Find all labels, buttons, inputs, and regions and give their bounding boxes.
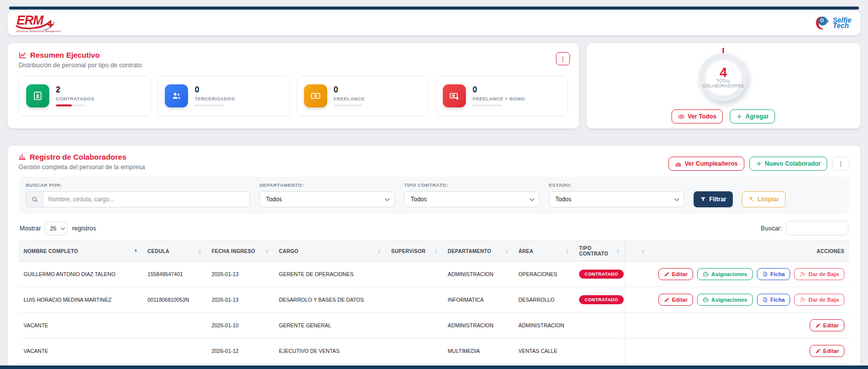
- baja-button[interactable]: Dar de Baja: [794, 268, 844, 280]
- erm-swoosh-icon: [15, 15, 56, 30]
- tipo-contrato-select[interactable]: Todos: [405, 192, 539, 207]
- parrot-icon: [814, 15, 831, 32]
- cell: ADMINISTRACION: [513, 313, 574, 338]
- column-header[interactable]: ÁREA▲▼: [513, 241, 574, 262]
- cell: ADMINISTRACION: [443, 262, 514, 287]
- column-header[interactable]: FECHA INGRESO▲▼: [207, 241, 274, 262]
- cell: VACANTE: [19, 338, 143, 364]
- bottom-accent-bar: [0, 365, 868, 369]
- cell-actions: Editar: [650, 338, 849, 364]
- cake-icon: [675, 161, 682, 167]
- stat-label: TERCERIZADOS: [195, 96, 235, 101]
- asignaciones-button[interactable]: Asignaciones: [697, 268, 753, 280]
- editar-button[interactable]: Editar: [658, 268, 693, 280]
- baja-button[interactable]: Dar de Baja: [794, 294, 844, 306]
- contract-badge: CONTRATADO: [579, 270, 624, 279]
- stat-value: 0: [334, 85, 365, 94]
- cell: MULTIMEDIA: [443, 338, 514, 364]
- stat-value: 0: [472, 85, 525, 94]
- banknote-plus-icon: [443, 84, 466, 107]
- brand-line2: Tech: [833, 23, 851, 29]
- plus-icon: [756, 161, 762, 167]
- cell: [386, 338, 443, 364]
- ver-todos-button[interactable]: Ver Todos: [671, 109, 723, 124]
- cell: [386, 313, 443, 338]
- cell-actions: EditarAsignacionesFichaDar de Baja: [650, 262, 849, 287]
- departamento-select[interactable]: Todos: [260, 192, 395, 207]
- cell-actions: Editar: [650, 313, 849, 338]
- cell-blank: [625, 338, 650, 364]
- cell: OPERACIONES: [513, 262, 574, 287]
- nuevo-colaborador-button[interactable]: Nuevo Colaborador: [749, 157, 827, 171]
- registry-menu-button[interactable]: ⋮: [832, 157, 849, 171]
- column-header[interactable]: NOMBRE COMPLETO▲▼: [19, 241, 143, 262]
- ficha-button[interactable]: Ficha: [757, 268, 791, 280]
- eye-icon: [678, 113, 685, 120]
- chart-line-icon: [19, 51, 27, 59]
- sort-icon: ▲▼: [641, 249, 645, 254]
- filtrar-button[interactable]: Filtrar: [694, 191, 733, 207]
- total-gauge: 4 TOTAL COLABORADORES: [699, 53, 747, 101]
- cell: [143, 338, 207, 364]
- cell: GUILLERMO ANTONIO DIAZ TALENO: [19, 262, 143, 287]
- table-row: VACANTE2026-01-12EJECUTIVO DE VENTASMULT…: [19, 338, 849, 364]
- table-search-input[interactable]: [786, 221, 848, 235]
- asignaciones-button[interactable]: Asignaciones: [697, 294, 753, 306]
- column-header[interactable]: CARGO▲▼: [274, 241, 386, 262]
- buscar-por-label: BUSCAR POR:: [26, 182, 250, 188]
- stat-progress: [56, 104, 85, 106]
- stat-label: CONTRATADOS: [56, 96, 94, 101]
- cell: VACANTE: [19, 313, 143, 338]
- total-value: 4: [720, 66, 727, 78]
- tipo-contrato-label: TIPO CONTRATO:: [404, 182, 540, 188]
- stat-progress: [334, 104, 363, 106]
- column-header[interactable]: TIPO CONTRATO▲▼: [574, 241, 625, 262]
- ver-cumpleaneros-button[interactable]: Ver Cumpleañeros: [668, 157, 744, 171]
- table-search-label: Buscar:: [761, 225, 782, 232]
- cell-tipo-contrato: CONTRATADO: [574, 262, 625, 287]
- search-input[interactable]: [43, 192, 250, 207]
- sort-icon: ▲▼: [505, 249, 509, 254]
- stat-card: 0FREELANCE: [297, 76, 429, 116]
- cell: EJECUTIVO DE VENTAS: [274, 338, 386, 364]
- sort-icon: ▲▼: [198, 249, 202, 254]
- total-label-1: TOTAL: [716, 78, 731, 83]
- table-row: VACANTE2026-01-10GERENTE GENERALADMINIST…: [19, 313, 849, 338]
- cell-blank: [625, 313, 650, 338]
- stat-card: 0TERCERIZADOS: [157, 76, 290, 116]
- cell-tipo-contrato: [574, 313, 625, 338]
- cell: 155849547401: [143, 262, 207, 287]
- column-header[interactable]: SUPERVISOR▲▼: [386, 241, 443, 262]
- cell: [386, 262, 443, 287]
- gauge-tick: [723, 48, 724, 53]
- editar-button[interactable]: Editar: [810, 345, 844, 357]
- limpiar-button[interactable]: Limpiar: [742, 191, 786, 207]
- users-icon: [165, 84, 188, 107]
- column-header[interactable]: CEDULA▲▼: [143, 241, 207, 262]
- app-header: ERM Employee Relationship Management Sel…: [8, 11, 860, 35]
- agregar-button[interactable]: Agregar: [730, 109, 775, 124]
- cell: 0011806810053N: [143, 287, 207, 313]
- total-card: 4 TOTAL COLABORADORES Ver Todos Agregar: [587, 43, 860, 129]
- table-row: LUIS HORACIO MEDINA MARTINEZ001180681005…: [19, 287, 849, 313]
- estado-select[interactable]: Todos: [549, 192, 684, 207]
- registry-subtitle: Gestión completa del personal de la empr…: [19, 164, 145, 171]
- erm-logo-caption: Employee Relationship Management: [17, 30, 61, 33]
- stat-label: FREELANCE: [334, 96, 365, 101]
- table-row: GUILLERMO ANTONIO DIAZ TALENO15584954740…: [19, 262, 849, 287]
- column-header[interactable]: ▲▼: [625, 241, 650, 262]
- selfietech-logo: Selfie Tech: [814, 15, 851, 32]
- erm-logo: ERM Employee Relationship Management: [17, 14, 61, 33]
- page-size-select[interactable]: 25: [45, 222, 67, 235]
- stat-progress: [195, 104, 224, 106]
- column-header[interactable]: DEPARTAMENTO▲▼: [443, 241, 514, 262]
- stats-row: 2CONTRATADOS0TERCERIZADOS0FREELANCE0FREE…: [19, 76, 568, 116]
- cell: [143, 313, 207, 338]
- ficha-button[interactable]: Ficha: [757, 294, 791, 306]
- sort-icon: ▲▼: [134, 249, 138, 254]
- editar-button[interactable]: Editar: [810, 319, 844, 331]
- cell: GERENTE GENERAL: [274, 313, 386, 338]
- summary-menu-button[interactable]: ⋮: [556, 52, 570, 65]
- editar-button[interactable]: Editar: [658, 294, 693, 306]
- sort-icon: ▲▼: [616, 249, 620, 254]
